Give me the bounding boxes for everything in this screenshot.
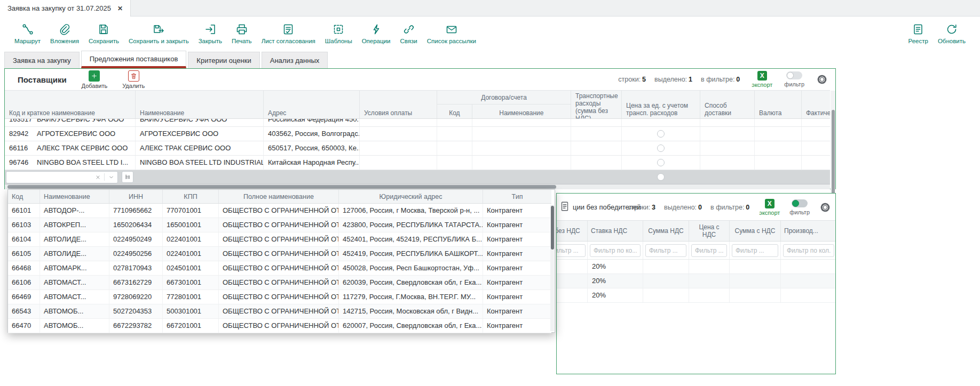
export-excel-button[interactable]: X экспорт — [759, 199, 780, 216]
route-button[interactable]: Маршрут — [10, 21, 45, 46]
lookup-column-kpp[interactable]: КПП — [163, 190, 219, 203]
supplier-code: 163517 — [9, 119, 37, 126]
lookup-column-name[interactable]: Наименование — [40, 190, 109, 203]
attachments-button[interactable]: Вложения — [45, 21, 84, 46]
horizontal-scrollbar-thumb[interactable] — [7, 185, 556, 189]
transport-radio[interactable] — [657, 159, 665, 166]
trash-icon — [128, 70, 139, 82]
column-header-address[interactable]: Адрес — [264, 91, 360, 118]
clear-icon[interactable] — [91, 172, 104, 183]
table-row[interactable]: 20% — [556, 260, 836, 274]
vat-rate-cell: 20% — [588, 288, 643, 302]
column-header-sum-vat[interactable]: Сумма с НДС — [730, 221, 781, 241]
close-button[interactable]: Закрыть — [194, 21, 227, 46]
column-header-sum-no-vat[interactable]: Сумма без НДС — [556, 221, 588, 241]
links-button[interactable]: Связи — [395, 21, 422, 46]
supplier-combobox[interactable] — [6, 171, 118, 183]
tab-analiz-dannyh[interactable]: Анализ данных — [262, 52, 328, 68]
lookup-row[interactable]: 66470 АВТОМОБ... 6672293782 667201001 ОБ… — [8, 319, 551, 333]
plus-icon — [89, 70, 100, 82]
table-row[interactable]: 20% — [556, 288, 836, 303]
transport-radio[interactable] — [657, 130, 665, 138]
lookup-column-inn[interactable]: ИНН — [109, 190, 163, 203]
column-header-vat-rate[interactable]: Ставка НДС — [588, 221, 643, 241]
filter-toggle[interactable] — [786, 71, 802, 79]
table-row[interactable]: 66116АЛЕКС ТРАК СЕРВИС ООО АЛЕКС ТРАК СЕ… — [5, 141, 830, 156]
main-toolbar: Маршрут Вложения Сохранить Сохранить и з… — [0, 17, 980, 51]
lookup-scrollbar-thumb[interactable] — [551, 206, 554, 250]
lookup-column-type[interactable]: Тип — [483, 190, 551, 203]
filter-input[interactable] — [783, 244, 834, 257]
positions-header-controls: строки:3 выделено:0 в фильтре:0 X экспор… — [628, 196, 831, 219]
export-excel-button[interactable]: X экспорт — [752, 71, 772, 88]
filter-input[interactable] — [732, 244, 778, 257]
mailing-list-button[interactable]: Список рассылки — [422, 21, 481, 46]
column-header-contract-code[interactable]: Код — [437, 104, 472, 118]
lookup-column-code[interactable]: Код — [8, 190, 40, 203]
clipped-row-viewport: 163517ВАЙК/УСЕРВИС УФА ООО ВАЙК/УСЕРВИС … — [5, 119, 830, 127]
gear-icon[interactable] — [816, 74, 828, 85]
add-supplier-button[interactable]: Добавить — [82, 70, 108, 89]
tab-predlozheniya-postavshchikov[interactable]: Предложения поставщиков — [81, 51, 187, 68]
filter-input[interactable] — [590, 244, 641, 257]
column-header-name[interactable]: Наименование — [136, 91, 264, 118]
lookup-column-fullname[interactable]: Полное наименование — [219, 190, 339, 203]
templates-button[interactable]: Шаблоны — [320, 21, 357, 46]
column-header-producer[interactable]: Производ... — [781, 221, 836, 241]
supplier-address: Китайская Народная Респу... — [264, 156, 360, 170]
column-header-contract-name[interactable]: Наименование — [472, 104, 571, 118]
lookup-row[interactable]: 66105 АВТОЛИДЕ... 0224950256 022401001 О… — [8, 247, 551, 261]
table-row[interactable]: 82942АГРОТЕХСЕРВИС ООО АГРОТЕХСЕРВИС ООО… — [5, 127, 830, 141]
column-header-price-vat[interactable]: Цена с НДС — [689, 221, 730, 241]
lookup-row[interactable]: 66103 АВТОКРЕП... 1650206434 165001001 О… — [8, 218, 551, 232]
tab-zayavka[interactable]: Заявка на закупку — [4, 52, 80, 68]
column-header-delivery[interactable]: Способ доставки — [700, 91, 755, 118]
column-header-vat-sum[interactable]: Сумма НДС — [643, 221, 689, 241]
chevron-down-icon[interactable] — [105, 172, 117, 183]
lookup-row[interactable]: 66543 АВТОМОБ... 5027204353 500301001 ОБ… — [8, 304, 551, 319]
column-header-transport[interactable]: Транспортные расходы (сумма без НДС) — [571, 91, 622, 118]
document-tab[interactable]: Заявка на закупку от 31.07.2025 ✕ — [0, 0, 131, 17]
print-button[interactable]: Печать — [227, 21, 257, 46]
transport-radio[interactable] — [657, 144, 665, 152]
approval-sheet-button[interactable]: Лист согласования — [257, 21, 320, 46]
table-row[interactable]: 96746NINGBO BOA STEEL LTD I... NINGBO BO… — [5, 156, 830, 170]
tab-kriterii-ocenki[interactable]: Критерии оценки — [188, 52, 259, 68]
positions-rows: 20% 20% 20% — [556, 260, 836, 303]
lookup-row[interactable]: 66104 АВТОЛИДЕ... 0224950249 022401001 О… — [8, 232, 551, 247]
horizontal-scrollbar[interactable] — [5, 184, 830, 189]
save-close-icon — [152, 23, 165, 36]
filter-input[interactable] — [691, 244, 727, 257]
column-header-actual[interactable]: Фактиче... — [802, 91, 830, 118]
column-header-unit-price[interactable]: Цена за ед. с учетом трансп. расходов — [622, 91, 700, 118]
filter-input[interactable] — [645, 244, 686, 257]
save-button[interactable]: Сохранить — [84, 21, 124, 46]
close-icon[interactable]: ✕ — [117, 5, 123, 12]
lookup-row[interactable]: 66468 АВТОМАРК... 0278170943 024501001 О… — [8, 261, 551, 276]
lookup-row[interactable]: 66469 АВТОМАСТ... 9728069220 772801001 О… — [8, 290, 551, 304]
delete-supplier-button[interactable]: Удалить — [122, 70, 145, 89]
table-row[interactable]: 163517ВАЙК/УСЕРВИС УФА ООО ВАЙК/УСЕРВИС … — [5, 119, 830, 127]
filter-input[interactable] — [556, 244, 586, 257]
gear-icon[interactable] — [819, 202, 831, 213]
column-group-contracts: Договора/счета Код Наименование — [437, 91, 571, 118]
operations-button[interactable]: Операции — [357, 21, 396, 46]
transport-radio[interactable] — [657, 173, 665, 181]
lookup-row[interactable]: 66106 АВТОМАСТ... 6673162729 667301001 О… — [8, 276, 551, 290]
registry-button[interactable]: Реестр — [904, 21, 933, 46]
filter-toggle[interactable] — [792, 199, 808, 207]
save-close-button[interactable]: Сохранить и закрыть — [124, 21, 194, 46]
column-header-code[interactable]: Код и краткое наименование — [5, 91, 136, 118]
lookup-row[interactable]: 66101 АВТОДОР-... 7710965662 770701001 О… — [8, 204, 551, 218]
hierarchy-select-button[interactable] — [122, 171, 133, 183]
supplier-name: АЛЕКС ТРАК СЕРВИС ООО — [136, 141, 264, 155]
table-row[interactable]: 20% — [556, 274, 836, 288]
refresh-button[interactable]: Обновить — [933, 21, 970, 46]
route-icon — [21, 23, 34, 36]
lookup-column-address[interactable]: Юридический адрес — [339, 190, 483, 203]
column-header-payment[interactable]: Условия оплаты — [360, 91, 437, 118]
column-header-currency[interactable]: Валюта — [755, 91, 802, 118]
group-header-contracts[interactable]: Договора/счета — [437, 91, 571, 104]
lookup-scrollbar[interactable] — [550, 205, 554, 331]
suppliers-panel: Поставщики Добавить Удалить строки:5 выд… — [4, 68, 836, 189]
